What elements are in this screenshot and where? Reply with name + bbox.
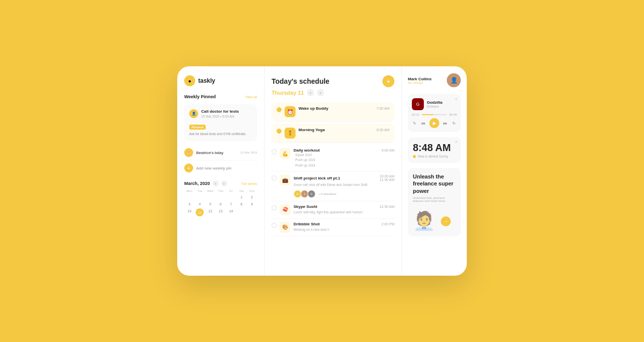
task-icon-yoga: 🧘 [285, 128, 296, 139]
calendar-title: March, 2020 [184, 181, 210, 186]
cal-date[interactable] [184, 194, 195, 200]
task-name-row-yoga: Morning Yoga 8:00 AM [299, 128, 389, 132]
promo-cta-btn[interactable]: → [441, 216, 451, 226]
pin-title: Call doctor for tests [201, 109, 252, 114]
next-btn[interactable]: ⏭ [442, 120, 448, 126]
two-weeks-label: Two weeks [241, 182, 257, 185]
cal-week-2: 3 4 5 6 7 8 9 [184, 201, 257, 207]
more-attendees: +3 attendees [319, 192, 336, 195]
edit-btn[interactable]: ✎ [412, 120, 418, 126]
task-time-workout: 9:00 AM [381, 149, 394, 152]
pin-info: Call doctor for tests 15 Mar 2020 • 9:00… [201, 109, 252, 118]
day-mon: Mon [184, 189, 195, 192]
cal-date[interactable]: 8 [236, 201, 247, 207]
app-name: taskly [198, 77, 215, 84]
calendar-header: March, 2020 ‹ › Two weeks [184, 180, 257, 186]
pin-avatar: 👤 [189, 109, 198, 118]
task-name-row-dribbble: Dribbble Shot 2:00 PM [294, 222, 394, 226]
task-name-yoga: Morning Yoga [299, 128, 325, 132]
task-content-shift: Shift project kick off pt.1 10:00 AM11:3… [294, 174, 394, 198]
cal-date[interactable] [195, 194, 205, 200]
cal-weeks: 1 2 3 4 5 6 7 8 9 10 11 [184, 194, 257, 216]
cal-date[interactable] [226, 194, 236, 200]
day-label: Thursday 11 [272, 90, 304, 96]
task-icon-shift: 💼 [280, 174, 291, 185]
task-time-shift: 10:00 AM11:30 AM [379, 174, 394, 181]
clock-widget: ✕ 8:48 AM Now is almost Sunny [408, 137, 461, 163]
bday-avatar: 🎂 [184, 148, 193, 157]
task-icon-wake-up: ⏰ [285, 106, 296, 117]
cal-date[interactable]: 2 [247, 194, 257, 200]
task-time-sushi: 12:50 AM [379, 205, 394, 208]
task-wake-up: ⏰ Wake up Buddy 7:00 AM [272, 102, 394, 122]
cal-date-today[interactable]: 11 [196, 208, 204, 216]
day-thu: Thu [216, 189, 226, 192]
progress-fill [422, 114, 433, 115]
repeat-btn[interactable]: ↻ [451, 120, 457, 126]
weather-dot [413, 155, 416, 158]
task-content-workout: Daily workout 9:00 AM · Squat 10x3· Push… [294, 148, 394, 168]
music-close-btn[interactable]: ✕ [455, 97, 458, 101]
progress-row: 03:15 00:48 [412, 113, 457, 116]
schedule-header: Today's schedule + [272, 75, 394, 87]
task-dribbble: 🎨 Dribbble Shot 2:00 PM Working on a new… [272, 219, 394, 236]
cal-date[interactable]: 4 [195, 201, 205, 207]
task-name-row-shift: Shift project kick off pt.1 10:00 AM11:3… [294, 174, 394, 181]
cal-next-btn[interactable]: › [221, 180, 227, 186]
clock-close-btn[interactable]: ✕ [455, 140, 458, 144]
task-name-row-workout: Daily workout 9:00 AM [294, 148, 394, 153]
middle-panel: Today's schedule + Thursday 11 ‹ › ⏰ Wak… [265, 66, 402, 276]
cal-date[interactable] [247, 208, 257, 216]
music-info: Godzilla Eminem [427, 100, 457, 108]
view-all-link[interactable]: View all [245, 95, 257, 99]
prev-day-btn[interactable]: ‹ [307, 89, 314, 96]
prev-btn[interactable]: ⏮ [421, 120, 427, 126]
promo-title: Unleash the freelance super power [413, 173, 456, 194]
cal-date[interactable]: 7 [226, 201, 236, 207]
add-pin-button[interactable]: + Add new weekly pin [184, 161, 257, 175]
music-header: G Godzilla Eminem [412, 98, 457, 110]
task-icon-sushi: 🍣 [280, 204, 291, 215]
time-total: 00:48 [449, 113, 457, 116]
task-check-wake-up[interactable] [277, 107, 282, 112]
cal-date[interactable]: 3 [184, 201, 195, 207]
task-name-dribbble: Dribbble Shot [294, 222, 320, 226]
cal-date[interactable]: 1 [236, 194, 247, 200]
cal-days-header: Mon Tue Wed Thu Fri Sat Sun [184, 189, 257, 192]
cal-date[interactable] [205, 194, 216, 200]
task-check-dribbble[interactable] [272, 223, 277, 228]
music-artist: Eminem [427, 105, 457, 108]
task-icon-dribbble: 🎨 [280, 222, 291, 233]
bday-date: 22 Mar 2020 [240, 151, 257, 154]
cal-date[interactable]: 12 [205, 208, 216, 216]
cal-date[interactable]: 13 [216, 208, 226, 216]
add-task-button[interactable]: + [382, 75, 394, 87]
music-song: Godzilla [427, 100, 457, 105]
user-settings[interactable]: My settings [408, 81, 447, 84]
cal-date[interactable] [236, 208, 247, 216]
task-check-sushi[interactable] [272, 205, 277, 210]
cal-date[interactable] [216, 194, 226, 200]
cal-date[interactable]: 14 [226, 208, 236, 216]
cal-prev-btn[interactable]: ‹ [213, 180, 219, 186]
cal-date[interactable]: 6 [216, 201, 226, 207]
task-name-wake-up: Wake up Buddy [299, 106, 328, 111]
album-art: G [412, 98, 424, 110]
day-tue: Tue [195, 189, 205, 192]
task-time-wake-up: 7:00 AM [376, 107, 389, 110]
task-check-shift[interactable] [272, 175, 277, 180]
user-row: Mark Collins My settings 👤 [408, 73, 461, 87]
logo-icon: ● [184, 75, 195, 86]
logo-row: ● taskly [184, 75, 257, 86]
pin-tag: Personal [189, 125, 206, 130]
task-check-workout[interactable] [272, 149, 277, 154]
task-name-row-sushi: Skype Sushi 12:50 AM [294, 204, 394, 209]
clock-time: 8:48 AM [413, 142, 456, 154]
cal-date[interactable]: 9 [247, 201, 257, 207]
task-check-yoga[interactable] [277, 129, 282, 134]
pinned-section-header: Weekly Pinned View all [184, 94, 257, 99]
next-day-btn[interactable]: › [317, 89, 324, 96]
cal-date[interactable]: 10 [184, 208, 195, 216]
play-btn[interactable]: ▶ [429, 118, 439, 128]
cal-date[interactable]: 5 [205, 201, 216, 207]
